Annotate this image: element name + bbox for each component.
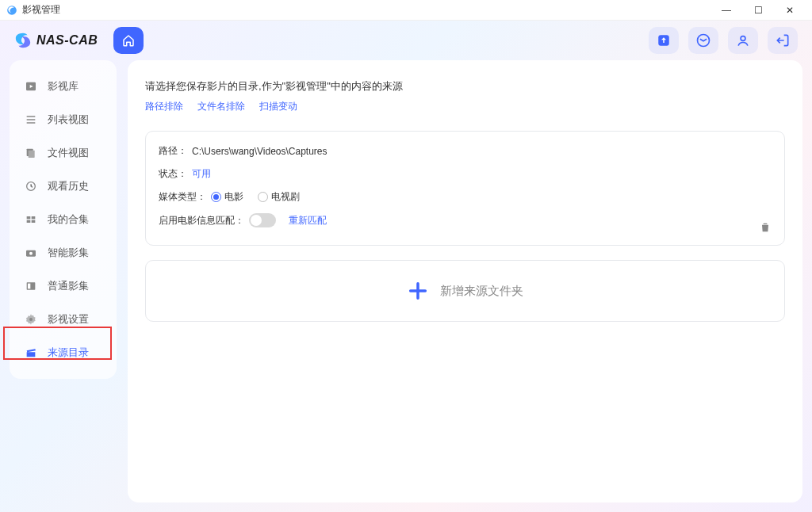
clapperboard-icon xyxy=(24,346,38,360)
collection-icon xyxy=(24,212,38,227)
user-icon xyxy=(735,32,751,48)
match-label: 启用电影信息匹配： xyxy=(159,214,244,227)
svg-point-2 xyxy=(741,36,745,41)
trash-icon xyxy=(759,221,772,234)
logout-icon xyxy=(775,32,791,48)
svg-rect-5 xyxy=(29,151,35,158)
window-minimize-button[interactable]: ― xyxy=(710,0,742,21)
user-button[interactable] xyxy=(728,27,758,54)
svg-rect-10 xyxy=(32,220,36,223)
file-icon xyxy=(24,146,38,160)
list-icon xyxy=(24,113,38,127)
sidebar-item-label: 普通影集 xyxy=(48,279,89,293)
status-label: 状态： xyxy=(159,167,187,181)
sidebar-item-normal-collection[interactable]: 普通影集 xyxy=(10,271,117,301)
radio-tv[interactable]: 电视剧 xyxy=(258,190,300,204)
sidebar-item-label: 智能影集 xyxy=(48,246,89,260)
sidebar-item-fileview[interactable]: 文件视图 xyxy=(10,138,117,168)
mail-button[interactable] xyxy=(688,27,718,54)
sidebar-item-listview[interactable]: 列表视图 xyxy=(10,105,117,135)
sidebar-item-label: 我的合集 xyxy=(48,212,89,227)
app-header: NAS-CAB xyxy=(0,21,812,60)
status-value: 可用 xyxy=(192,167,211,181)
upload-icon xyxy=(657,33,671,48)
match-toggle[interactable] xyxy=(249,213,276,227)
window-maximize-button[interactable]: ☐ xyxy=(742,0,774,21)
radio-movie[interactable]: 电影 xyxy=(211,190,243,204)
gear-icon xyxy=(24,312,38,327)
sidebar-item-library[interactable]: 影视库 xyxy=(10,71,117,101)
link-scan-changes[interactable]: 扫描变动 xyxy=(259,100,297,113)
sidebar-item-smart-collection[interactable]: 智能影集 xyxy=(10,238,117,268)
home-button[interactable] xyxy=(113,27,144,54)
play-icon xyxy=(24,79,38,94)
radio-dot-icon xyxy=(211,192,221,202)
svg-rect-9 xyxy=(27,220,31,223)
window-title: 影视管理 xyxy=(22,3,60,17)
mail-icon xyxy=(695,32,711,48)
sidebar-item-label: 文件视图 xyxy=(48,146,89,160)
path-label: 路径： xyxy=(159,144,187,158)
sidebar-item-label: 来源目录 xyxy=(48,346,89,360)
add-source-folder-button[interactable]: 新增来源文件夹 xyxy=(145,260,785,322)
brand-logo: NAS-CAB xyxy=(14,32,98,49)
window-close-button[interactable]: ✕ xyxy=(774,0,806,21)
sidebar-item-label: 影视库 xyxy=(48,79,79,94)
rematch-link[interactable]: 重新匹配 xyxy=(289,214,327,227)
sidebar-item-label: 观看历史 xyxy=(48,179,89,193)
svg-rect-7 xyxy=(27,216,31,219)
svg-rect-8 xyxy=(32,216,36,219)
main-panel: 请选择您保存影片的目录,作为"影视管理"中的内容的来源 路径排除 文件名排除 扫… xyxy=(128,60,802,502)
radio-label: 电影 xyxy=(224,190,243,204)
album-icon xyxy=(24,279,38,293)
home-icon xyxy=(121,33,136,48)
logo-icon xyxy=(14,32,32,49)
radio-label: 电视剧 xyxy=(271,190,300,204)
svg-rect-14 xyxy=(28,284,30,289)
sidebar-item-settings[interactable]: 影视设置 xyxy=(10,304,117,334)
sidebar: 影视库 列表视图 文件视图 观看历史 我的合集 xyxy=(10,60,117,379)
app-icon xyxy=(6,5,17,16)
delete-source-button[interactable] xyxy=(759,221,773,235)
media-type-label: 媒体类型： xyxy=(159,190,206,204)
upload-button[interactable] xyxy=(649,27,679,54)
sidebar-item-label: 列表视图 xyxy=(48,113,89,127)
path-value: C:\Users\wang\Videos\Captures xyxy=(192,146,327,157)
sidebar-item-my-collection[interactable]: 我的合集 xyxy=(10,204,117,235)
camera-icon xyxy=(24,246,38,260)
link-path-exclude[interactable]: 路径排除 xyxy=(145,100,183,113)
plus-icon xyxy=(407,280,429,302)
sidebar-item-history[interactable]: 观看历史 xyxy=(10,171,117,201)
add-source-label: 新增来源文件夹 xyxy=(440,284,523,299)
window-titlebar: 影视管理 ― ☐ ✕ xyxy=(0,0,812,21)
source-folder-card: 路径： C:\Users\wang\Videos\Captures 状态： 可用… xyxy=(145,131,785,246)
radio-dot-icon xyxy=(258,192,268,202)
brand-text: NAS-CAB xyxy=(36,33,98,48)
sidebar-item-source-dir[interactable]: 来源目录 xyxy=(10,338,117,368)
clock-icon xyxy=(24,179,38,193)
svg-point-12 xyxy=(29,252,33,255)
instruction-text: 请选择您保存影片的目录,作为"影视管理"中的内容的来源 xyxy=(145,79,785,94)
link-filename-exclude[interactable]: 文件名排除 xyxy=(197,100,245,113)
logout-button[interactable] xyxy=(768,27,798,54)
sidebar-item-label: 影视设置 xyxy=(48,312,89,327)
